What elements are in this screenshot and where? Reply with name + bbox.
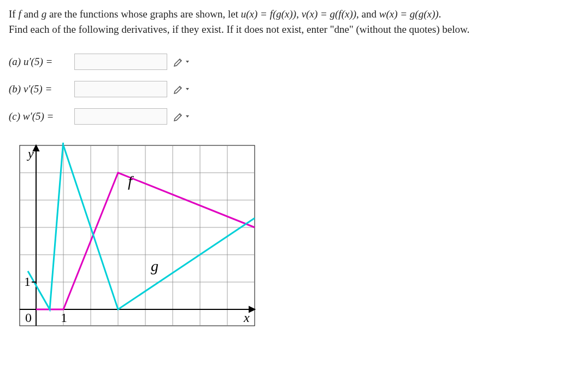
text: , and xyxy=(356,8,379,20)
part-c-label: (c) w′(5) = xyxy=(9,109,74,124)
instruction-line: Find each of the following derivatives, … xyxy=(9,24,469,35)
x-tick-1: 1 xyxy=(61,310,67,325)
part-b-label: (b) v′(5) = xyxy=(9,81,74,97)
text: are the functions whose graphs are shown… xyxy=(46,8,241,20)
y-tick-1: 1 xyxy=(24,274,31,289)
part-b-input[interactable] xyxy=(74,81,167,97)
curve-g-seg1 xyxy=(28,143,63,309)
part-a-input[interactable] xyxy=(74,54,167,70)
text: If xyxy=(9,8,18,20)
chevron-down-icon xyxy=(185,60,190,64)
equation-editor-button-b[interactable] xyxy=(173,80,190,98)
pencil-icon xyxy=(173,111,184,122)
udef: u(x) = f(g(x)) xyxy=(241,8,296,20)
equation-editor-button-c[interactable] xyxy=(173,108,190,125)
part-c-row: (c) w′(5) = xyxy=(9,107,579,126)
part-c-input[interactable] xyxy=(74,108,167,125)
part-a-row: (a) u′(5) = xyxy=(9,52,579,72)
g-label: g xyxy=(151,257,158,274)
part-a-label: (a) u′(5) = xyxy=(9,54,74,69)
text-g: g xyxy=(42,8,47,20)
y-axis-label: y xyxy=(27,146,34,161)
problem-statement: If f and g are the functions whose graph… xyxy=(9,7,579,37)
chevron-down-icon xyxy=(185,87,190,91)
graph-svg: y x 0 1 1 f g xyxy=(9,143,257,329)
vdef: v(x) = g(f(x)) xyxy=(302,8,356,20)
x-axis-label: x xyxy=(243,310,250,325)
text: . xyxy=(439,8,442,20)
origin-label: 0 xyxy=(25,310,32,325)
chevron-down-icon xyxy=(185,114,190,119)
graph-figure: y x 0 1 1 f g xyxy=(9,143,579,329)
part-b-row: (b) v′(5) = xyxy=(9,79,579,99)
text: and xyxy=(21,8,42,20)
equation-editor-button-a[interactable] xyxy=(173,53,190,71)
f-label: f xyxy=(128,173,134,190)
pencil-icon xyxy=(173,56,184,67)
wdef: w(x) = g(g(x)) xyxy=(379,8,439,20)
text: , xyxy=(296,8,302,20)
pencil-icon xyxy=(173,84,184,95)
